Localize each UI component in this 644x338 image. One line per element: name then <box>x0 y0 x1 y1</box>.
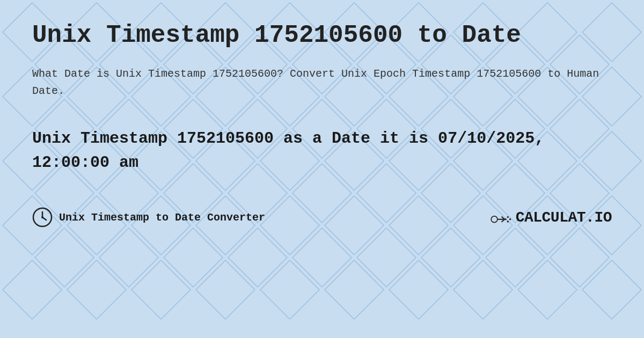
svg-point-93 <box>491 216 497 223</box>
svg-point-92 <box>41 216 43 218</box>
page-title: Unix Timestamp 1752105600 to Date <box>32 21 612 49</box>
page-description: What Date is Unix Timestamp 1752105600? … <box>32 65 612 100</box>
footer-label: Unix Timestamp to Date Converter <box>59 211 265 224</box>
svg-point-99 <box>507 221 508 222</box>
result-text: Unix Timestamp 1752105600 as a Date it i… <box>32 127 612 175</box>
svg-point-98 <box>507 216 508 218</box>
svg-point-97 <box>504 218 506 220</box>
footer-left: Unix Timestamp to Date Converter <box>32 207 265 227</box>
logo-icon <box>489 209 511 226</box>
svg-point-100 <box>509 218 510 220</box>
logo-text: CALCULAT.IO <box>516 209 612 226</box>
footer: Unix Timestamp to Date Converter CALCULA… <box>32 207 612 227</box>
logo-area: CALCULAT.IO <box>489 209 612 226</box>
clock-icon <box>32 207 53 227</box>
